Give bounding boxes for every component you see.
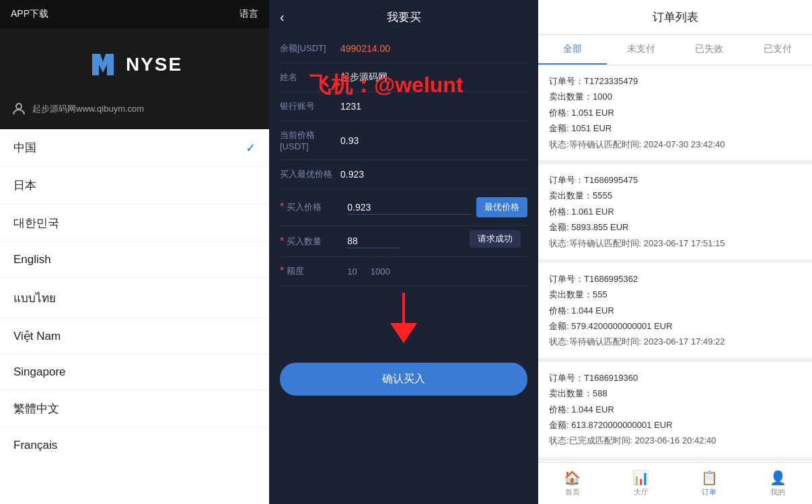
- buy-price-row: * 买入价格 最优价格: [280, 189, 527, 226]
- name-label: 姓名: [280, 71, 340, 83]
- order-card-2: 订单号：T1686995362卖出数量：555价格: 1.044 EUR金额: …: [538, 263, 812, 362]
- nav-item-hall[interactable]: 📊大厅: [607, 467, 675, 500]
- bank-value: 1231: [340, 101, 527, 112]
- language-item-label: 中国: [13, 140, 36, 155]
- nav-item-profile[interactable]: 👤我的: [743, 467, 812, 500]
- orders-label: 订单: [702, 487, 716, 497]
- profile-icon: 👤: [770, 470, 786, 486]
- language-item-label: Français: [13, 439, 57, 452]
- nyse-logo-icon: [87, 48, 119, 81]
- order-tabs: 全部未支付已失效已支付: [538, 35, 812, 65]
- limit-max: 1000: [371, 266, 390, 277]
- limit-min: 10: [347, 266, 357, 277]
- best-price-button[interactable]: 最优价格: [476, 197, 527, 217]
- language-item-sg[interactable]: Singapore: [0, 355, 269, 390]
- buy-form: 余额[USDT] 4990214.00 姓名 起步源码网 银行账号 1231 当…: [269, 34, 538, 504]
- app-download-label[interactable]: APP下载: [11, 8, 48, 20]
- language-label[interactable]: 语言: [239, 8, 258, 20]
- language-item-label: English: [13, 253, 51, 266]
- language-item-ja[interactable]: 日本: [0, 167, 269, 205]
- balance-row: 余额[USDT] 4990214.00: [280, 34, 527, 63]
- language-item-label: 日本: [13, 178, 36, 193]
- order-card-3: 订单号：T1686919360卖出数量：588价格: 1.044 EUR金额: …: [538, 362, 812, 461]
- language-item-label: 繁體中文: [13, 401, 59, 417]
- required-mark: *: [280, 201, 284, 213]
- order-amount-1: 金额: 5893.855 EUR: [549, 219, 801, 235]
- tab-paid[interactable]: 已支付: [743, 35, 812, 65]
- order-order_no-3: 订单号：T1686919360: [549, 370, 801, 386]
- name-value: 起步源码网: [340, 71, 527, 83]
- balance-value: 4990214.00: [340, 43, 527, 54]
- buy-price-input[interactable]: [347, 201, 471, 215]
- orders-list: 订单号：T1723335479卖出数量：1000价格: 1.051 EUR金额:…: [538, 65, 812, 462]
- tab-all[interactable]: 全部: [538, 35, 607, 65]
- order-price-3: 价格: 1.044 EUR: [549, 402, 801, 417]
- best-buy-price-label: 买入最优价格: [280, 168, 340, 180]
- nav-item-home[interactable]: 🏠首页: [538, 467, 607, 500]
- buy-price-label: 买入价格: [287, 201, 347, 213]
- order-status-0: 状态:等待确认匹配时间: 2024-07-30 23:42:40: [549, 137, 801, 152]
- order-price-0: 价格: 1.051 EUR: [549, 105, 801, 120]
- red-arrow-icon: [390, 293, 417, 347]
- language-item-zh[interactable]: 中国✓: [0, 129, 269, 167]
- buy-qty-label: 买入数量: [287, 236, 347, 248]
- required-mark-limit: *: [280, 265, 284, 277]
- current-price-row: 当前价格 [USDT] 0.93: [280, 121, 527, 160]
- required-mark-qty: *: [280, 236, 284, 248]
- hall-icon: 📊: [632, 470, 649, 486]
- bank-label: 银行账号: [280, 100, 340, 112]
- buy-qty-input[interactable]: [347, 234, 401, 248]
- user-icon: [11, 101, 27, 117]
- language-item-label: Singapore: [13, 365, 66, 379]
- balance-label: 余额[USDT]: [280, 42, 340, 55]
- order-order_no-2: 订单号：T1686995362: [549, 271, 801, 287]
- order-status-2: 状态:等待确认匹配时间: 2023-06-17 17:49:22: [549, 334, 801, 349]
- orders-icon: 📋: [701, 470, 718, 486]
- limit-row: * 额度 10 1000: [280, 257, 527, 286]
- language-item-fr[interactable]: Français: [0, 428, 269, 463]
- language-item-ko[interactable]: 대한민국: [0, 205, 269, 242]
- language-list: 中国✓日本대한민국EnglishแบบไทยViệt NamSingapore繁…: [0, 129, 269, 504]
- order-amount-3: 金额: 613.8720000000001 EUR: [549, 417, 801, 433]
- order-price-1: 价格: 1.061 EUR: [549, 204, 801, 219]
- limit-label: 额度: [287, 265, 347, 277]
- language-item-vn[interactable]: Việt Nam: [0, 318, 269, 355]
- order-order_no-1: 订单号：T1686995475: [549, 172, 801, 188]
- middle-header: ‹ 我要买: [269, 0, 538, 34]
- language-item-en[interactable]: English: [0, 242, 269, 278]
- order-status-3: 状态:已完成匹配时间: 2023-06-16 20:42:40: [549, 433, 801, 448]
- tab-unpaid[interactable]: 未支付: [607, 35, 675, 65]
- order-amount-2: 金额: 579.4200000000001 EUR: [549, 318, 801, 334]
- order-amount-0: 金额: 1051 EUR: [549, 120, 801, 136]
- confirm-buy-button[interactable]: 确认买入: [280, 363, 527, 396]
- current-price-value: 0.93: [340, 135, 527, 146]
- tab-expired[interactable]: 已失效: [675, 35, 744, 65]
- language-item-tw[interactable]: 繁體中文: [0, 390, 269, 428]
- order-qty-0: 卖出数量：1000: [549, 89, 801, 104]
- bottom-nav: 🏠首页📊大厅📋订单👤我的: [538, 462, 812, 504]
- nav-item-orders[interactable]: 📋订单: [675, 467, 744, 500]
- svg-marker-3: [390, 323, 417, 343]
- language-item-label: Việt Nam: [13, 329, 61, 343]
- check-icon: ✓: [246, 141, 256, 155]
- home-label: 首页: [565, 487, 580, 497]
- middle-panel: ‹ 我要买 飞机：@welunt 余额[USDT] 4990214.00 姓名 …: [269, 0, 538, 504]
- right-panel: 订单列表 全部未支付已失效已支付 订单号：T1723335479卖出数量：100…: [538, 0, 812, 504]
- middle-title: 我要买: [387, 9, 421, 25]
- user-area: 起步源码网www.qibuym.com: [0, 94, 269, 124]
- profile-label: 我的: [770, 487, 785, 497]
- order-status-1: 状态:等待确认匹配时间: 2023-06-17 17:51:15: [549, 236, 801, 251]
- language-item-th[interactable]: แบบไทย: [0, 278, 269, 318]
- left-panel: APP下载 语言 NYSE 起步源码网www.qibuym.com 中国✓日本대…: [0, 0, 269, 504]
- best-buy-price-row: 买入最优价格 0.923: [280, 160, 527, 189]
- back-button[interactable]: ‹: [280, 9, 285, 25]
- best-buy-price-value: 0.923: [340, 169, 527, 180]
- order-list-header: 订单列表: [538, 0, 812, 35]
- svg-point-1: [16, 104, 22, 109]
- buy-qty-row: * 买入数量 请求成功: [280, 226, 527, 257]
- home-icon: 🏠: [564, 470, 581, 486]
- left-header: APP下载 语言: [0, 0, 269, 28]
- bank-row: 银行账号 1231: [280, 92, 527, 121]
- order-qty-3: 卖出数量：588: [549, 386, 801, 401]
- language-item-label: แบบไทย: [13, 289, 56, 307]
